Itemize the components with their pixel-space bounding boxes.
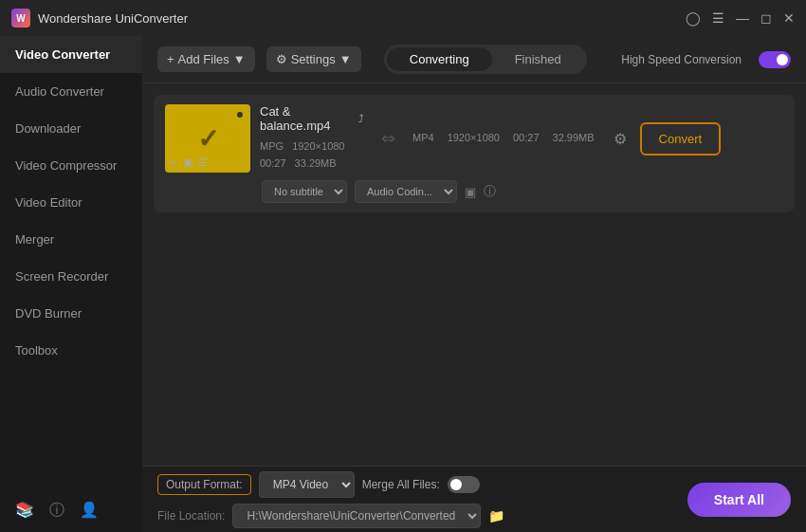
folder-icon[interactable]: 📁 — [488, 508, 504, 523]
format-select[interactable]: MP4 Video — [259, 471, 355, 498]
settings-icon: ⚙ — [276, 52, 287, 66]
user-icon[interactable]: ◯ — [686, 10, 701, 26]
file-card-row2: No subtitle Audio Codin... ▣ ⓘ — [165, 180, 721, 203]
audio-coding-select[interactable]: Audio Codin... — [355, 180, 457, 203]
output-resolution: 1920×1080 — [448, 130, 500, 147]
file-area: ✓ ✂ ▣ ☰ Cat & balance.mp4 ⤴ — [142, 83, 806, 466]
file-location-label: File Location: — [157, 509, 225, 523]
info-icon[interactable]: ⓘ — [484, 183, 496, 200]
tab-converting[interactable]: Converting — [387, 47, 492, 71]
sidebar-item-screen-recorder[interactable]: Screen Recorder — [0, 258, 142, 295]
sidebar-item-toolbox[interactable]: Toolbox — [0, 332, 142, 369]
cut-icon[interactable]: ✂ — [169, 156, 177, 169]
high-speed-label: High Speed Conversion — [621, 53, 742, 66]
sidebar-item-video-converter[interactable]: Video Converter — [0, 36, 142, 73]
output-format-row: Output Format: MP4 Video Merge All Files… — [157, 471, 504, 498]
output-duration: 00:27 — [513, 130, 540, 147]
add-file-icon: + — [167, 52, 174, 66]
person-icon[interactable]: 👤 — [80, 501, 99, 521]
add-file-chevron: ▼ — [233, 52, 246, 66]
input-format: MPG — [260, 138, 284, 156]
sidebar-item-video-compressor[interactable]: Video Compressor — [0, 147, 142, 184]
output-info: MP4 1920×1080 00:27 32.99MB — [412, 130, 600, 147]
file-location-row: File Location: H:\Wondershare\UniConvert… — [157, 504, 504, 528]
start-all-button[interactable]: Start All — [687, 483, 791, 517]
crop-icon[interactable]: ▣ — [183, 156, 192, 169]
main-layout: Video Converter Audio Converter Download… — [0, 36, 806, 532]
window-controls: ◯ ☰ — ◻ ✕ — [686, 10, 795, 26]
thumbnail-icon: ✓ — [197, 123, 219, 155]
settings-chevron: ▼ — [339, 52, 352, 66]
minimize-icon[interactable]: — — [736, 10, 749, 26]
input-resolution: 1920×1080 — [292, 138, 344, 156]
sidebar-item-downloader[interactable]: Downloader — [0, 110, 142, 147]
settings-button[interactable]: ⚙ Settings ▼ — [266, 46, 361, 72]
list-icon[interactable]: ☰ — [198, 156, 208, 169]
file-info: Cat & balance.mp4 ⤴ MPG 1920×1080 00:27 … — [260, 104, 364, 172]
tab-group: Converting Finished — [384, 45, 587, 74]
tab-finished[interactable]: Finished — [492, 47, 584, 71]
file-name-row: Cat & balance.mp4 ⤴ — [260, 104, 364, 133]
output-format-label[interactable]: Output Format: — [157, 474, 251, 495]
file-name-text: Cat & balance.mp4 — [260, 104, 353, 133]
merge-label: Merge All Files: — [362, 478, 440, 491]
add-file-button[interactable]: + Add Files ▼ — [157, 46, 255, 72]
file-card: ✓ ✂ ▣ ☰ Cat & balance.mp4 ⤴ — [154, 95, 795, 212]
thumb-dot — [237, 112, 243, 118]
menu-icon[interactable]: ☰ — [712, 10, 724, 26]
help-icon[interactable]: ⓘ — [49, 501, 64, 521]
sidebar-item-video-editor[interactable]: Video Editor — [0, 184, 142, 221]
file-card-row1: ✓ ✂ ▣ ☰ Cat & balance.mp4 ⤴ — [165, 104, 721, 173]
maximize-icon[interactable]: ◻ — [760, 10, 772, 26]
sidebar-item-merger[interactable]: Merger — [0, 221, 142, 258]
title-bar: W Wondershare UniConverter ◯ ☰ — ◻ ✕ — [0, 0, 806, 36]
sidebar: Video Converter Audio Converter Download… — [0, 36, 142, 532]
video-thumbnail: ✓ ✂ ▣ ☰ — [165, 104, 250, 173]
content-area: + Add Files ▼ ⚙ Settings ▼ Converting Fi… — [142, 36, 806, 532]
file-link-icon[interactable]: ⤴ — [358, 113, 364, 124]
merge-toggle[interactable] — [448, 476, 480, 493]
bottom-bar: Output Format: MP4 Video Merge All Files… — [142, 466, 806, 532]
add-file-label: Add Files — [178, 52, 229, 66]
settings-label: Settings — [291, 52, 336, 66]
app-logo: W — [11, 9, 30, 28]
high-speed-toggle[interactable] — [759, 51, 791, 68]
output-size: 32.99MB — [553, 130, 595, 147]
sidebar-item-audio-converter[interactable]: Audio Converter — [0, 73, 142, 110]
subtitle-select[interactable]: No subtitle — [262, 180, 347, 203]
grid-icon[interactable]: ▣ — [465, 185, 476, 199]
app-name: Wondershare UniConverter — [38, 11, 678, 26]
sidebar-item-dvd-burner[interactable]: DVD Burner — [0, 295, 142, 332]
file-card-inner: ✓ ✂ ▣ ☰ Cat & balance.mp4 ⤴ — [165, 104, 721, 203]
arrow-area: ⇔ — [374, 128, 403, 149]
input-size: 33.29MB — [295, 156, 337, 173]
input-duration: 00:27 — [260, 156, 286, 173]
top-bar: + Add Files ▼ ⚙ Settings ▼ Converting Fi… — [142, 36, 806, 83]
sidebar-bottom: 📚 ⓘ 👤 — [0, 489, 142, 532]
output-settings-button[interactable]: ⚙ — [610, 126, 631, 152]
file-meta-input: MPG 1920×1080 00:27 33.29MB — [260, 138, 364, 172]
close-icon[interactable]: ✕ — [783, 10, 795, 26]
output-format: MP4 — [412, 130, 434, 147]
file-location-select[interactable]: H:\Wondershare\UniConverter\Converted — [232, 504, 481, 528]
book-icon[interactable]: 📚 — [15, 501, 34, 521]
thumb-controls: ✂ ▣ ☰ — [169, 156, 208, 169]
convert-button[interactable]: Convert — [640, 122, 722, 156]
convert-arrow-icon: ⇔ — [381, 128, 395, 149]
output-meta: MP4 1920×1080 00:27 32.99MB — [412, 130, 600, 147]
bottom-labels: Output Format: MP4 Video Merge All Files… — [157, 471, 504, 528]
